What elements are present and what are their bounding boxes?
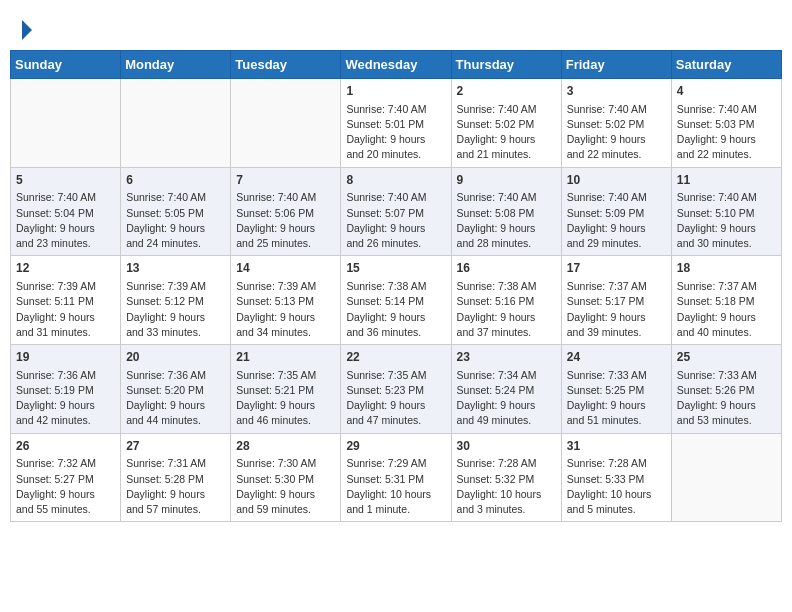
day-info: Sunrise: 7:33 AM Sunset: 5:26 PM Dayligh… [677, 368, 776, 429]
day-number: 23 [457, 349, 556, 366]
logo-triangle-icon [22, 20, 32, 40]
day-info: Sunrise: 7:28 AM Sunset: 5:32 PM Dayligh… [457, 456, 556, 517]
day-number: 25 [677, 349, 776, 366]
day-number: 4 [677, 83, 776, 100]
day-info: Sunrise: 7:31 AM Sunset: 5:28 PM Dayligh… [126, 456, 225, 517]
day-number: 1 [346, 83, 445, 100]
calendar-cell: 6Sunrise: 7:40 AM Sunset: 5:05 PM Daylig… [121, 167, 231, 256]
calendar-cell [11, 79, 121, 168]
calendar-cell: 22Sunrise: 7:35 AM Sunset: 5:23 PM Dayli… [341, 345, 451, 434]
calendar-cell: 20Sunrise: 7:36 AM Sunset: 5:20 PM Dayli… [121, 345, 231, 434]
calendar-cell: 23Sunrise: 7:34 AM Sunset: 5:24 PM Dayli… [451, 345, 561, 434]
calendar-cell: 8Sunrise: 7:40 AM Sunset: 5:07 PM Daylig… [341, 167, 451, 256]
day-info: Sunrise: 7:34 AM Sunset: 5:24 PM Dayligh… [457, 368, 556, 429]
calendar-cell: 27Sunrise: 7:31 AM Sunset: 5:28 PM Dayli… [121, 433, 231, 522]
day-info: Sunrise: 7:40 AM Sunset: 5:02 PM Dayligh… [567, 102, 666, 163]
day-info: Sunrise: 7:40 AM Sunset: 5:09 PM Dayligh… [567, 190, 666, 251]
logo [20, 18, 32, 38]
day-info: Sunrise: 7:40 AM Sunset: 5:02 PM Dayligh… [457, 102, 556, 163]
day-number: 22 [346, 349, 445, 366]
calendar-cell: 9Sunrise: 7:40 AM Sunset: 5:08 PM Daylig… [451, 167, 561, 256]
weekday-header-thursday: Thursday [451, 51, 561, 79]
day-number: 28 [236, 438, 335, 455]
calendar-cell [671, 433, 781, 522]
day-info: Sunrise: 7:40 AM Sunset: 5:08 PM Dayligh… [457, 190, 556, 251]
calendar-header: SundayMondayTuesdayWednesdayThursdayFrid… [11, 51, 782, 79]
calendar-week-2: 5Sunrise: 7:40 AM Sunset: 5:04 PM Daylig… [11, 167, 782, 256]
day-info: Sunrise: 7:38 AM Sunset: 5:16 PM Dayligh… [457, 279, 556, 340]
calendar-cell [121, 79, 231, 168]
day-info: Sunrise: 7:39 AM Sunset: 5:13 PM Dayligh… [236, 279, 335, 340]
calendar-cell: 19Sunrise: 7:36 AM Sunset: 5:19 PM Dayli… [11, 345, 121, 434]
weekday-header-monday: Monday [121, 51, 231, 79]
day-info: Sunrise: 7:40 AM Sunset: 5:01 PM Dayligh… [346, 102, 445, 163]
page-header [10, 10, 782, 42]
day-info: Sunrise: 7:30 AM Sunset: 5:30 PM Dayligh… [236, 456, 335, 517]
day-number: 24 [567, 349, 666, 366]
day-number: 19 [16, 349, 115, 366]
day-number: 18 [677, 260, 776, 277]
day-info: Sunrise: 7:40 AM Sunset: 5:10 PM Dayligh… [677, 190, 776, 251]
weekday-header-wednesday: Wednesday [341, 51, 451, 79]
day-number: 16 [457, 260, 556, 277]
day-info: Sunrise: 7:40 AM Sunset: 5:04 PM Dayligh… [16, 190, 115, 251]
day-info: Sunrise: 7:37 AM Sunset: 5:17 PM Dayligh… [567, 279, 666, 340]
day-number: 3 [567, 83, 666, 100]
day-number: 6 [126, 172, 225, 189]
calendar-cell: 21Sunrise: 7:35 AM Sunset: 5:21 PM Dayli… [231, 345, 341, 434]
calendar-week-5: 26Sunrise: 7:32 AM Sunset: 5:27 PM Dayli… [11, 433, 782, 522]
calendar-table: SundayMondayTuesdayWednesdayThursdayFrid… [10, 50, 782, 522]
calendar-cell: 2Sunrise: 7:40 AM Sunset: 5:02 PM Daylig… [451, 79, 561, 168]
day-info: Sunrise: 7:29 AM Sunset: 5:31 PM Dayligh… [346, 456, 445, 517]
day-info: Sunrise: 7:35 AM Sunset: 5:21 PM Dayligh… [236, 368, 335, 429]
calendar-cell: 5Sunrise: 7:40 AM Sunset: 5:04 PM Daylig… [11, 167, 121, 256]
day-number: 14 [236, 260, 335, 277]
calendar-cell: 10Sunrise: 7:40 AM Sunset: 5:09 PM Dayli… [561, 167, 671, 256]
day-number: 2 [457, 83, 556, 100]
day-info: Sunrise: 7:36 AM Sunset: 5:19 PM Dayligh… [16, 368, 115, 429]
day-info: Sunrise: 7:35 AM Sunset: 5:23 PM Dayligh… [346, 368, 445, 429]
calendar-cell: 12Sunrise: 7:39 AM Sunset: 5:11 PM Dayli… [11, 256, 121, 345]
day-number: 21 [236, 349, 335, 366]
calendar-cell: 7Sunrise: 7:40 AM Sunset: 5:06 PM Daylig… [231, 167, 341, 256]
day-number: 12 [16, 260, 115, 277]
day-info: Sunrise: 7:36 AM Sunset: 5:20 PM Dayligh… [126, 368, 225, 429]
calendar-cell: 28Sunrise: 7:30 AM Sunset: 5:30 PM Dayli… [231, 433, 341, 522]
day-number: 8 [346, 172, 445, 189]
calendar-cell: 17Sunrise: 7:37 AM Sunset: 5:17 PM Dayli… [561, 256, 671, 345]
day-info: Sunrise: 7:33 AM Sunset: 5:25 PM Dayligh… [567, 368, 666, 429]
calendar-cell: 1Sunrise: 7:40 AM Sunset: 5:01 PM Daylig… [341, 79, 451, 168]
day-info: Sunrise: 7:40 AM Sunset: 5:03 PM Dayligh… [677, 102, 776, 163]
day-number: 29 [346, 438, 445, 455]
day-info: Sunrise: 7:40 AM Sunset: 5:07 PM Dayligh… [346, 190, 445, 251]
calendar-cell: 11Sunrise: 7:40 AM Sunset: 5:10 PM Dayli… [671, 167, 781, 256]
day-number: 11 [677, 172, 776, 189]
day-number: 15 [346, 260, 445, 277]
day-number: 30 [457, 438, 556, 455]
calendar-week-1: 1Sunrise: 7:40 AM Sunset: 5:01 PM Daylig… [11, 79, 782, 168]
calendar-body: 1Sunrise: 7:40 AM Sunset: 5:01 PM Daylig… [11, 79, 782, 522]
weekday-header-friday: Friday [561, 51, 671, 79]
day-info: Sunrise: 7:39 AM Sunset: 5:11 PM Dayligh… [16, 279, 115, 340]
calendar-cell: 30Sunrise: 7:28 AM Sunset: 5:32 PM Dayli… [451, 433, 561, 522]
calendar-cell [231, 79, 341, 168]
calendar-week-3: 12Sunrise: 7:39 AM Sunset: 5:11 PM Dayli… [11, 256, 782, 345]
day-number: 5 [16, 172, 115, 189]
calendar-cell: 29Sunrise: 7:29 AM Sunset: 5:31 PM Dayli… [341, 433, 451, 522]
calendar-cell: 4Sunrise: 7:40 AM Sunset: 5:03 PM Daylig… [671, 79, 781, 168]
day-number: 20 [126, 349, 225, 366]
day-number: 27 [126, 438, 225, 455]
calendar-cell: 16Sunrise: 7:38 AM Sunset: 5:16 PM Dayli… [451, 256, 561, 345]
day-info: Sunrise: 7:40 AM Sunset: 5:06 PM Dayligh… [236, 190, 335, 251]
calendar-cell: 14Sunrise: 7:39 AM Sunset: 5:13 PM Dayli… [231, 256, 341, 345]
day-number: 13 [126, 260, 225, 277]
calendar-cell: 31Sunrise: 7:28 AM Sunset: 5:33 PM Dayli… [561, 433, 671, 522]
calendar-cell: 18Sunrise: 7:37 AM Sunset: 5:18 PM Dayli… [671, 256, 781, 345]
calendar-cell: 24Sunrise: 7:33 AM Sunset: 5:25 PM Dayli… [561, 345, 671, 434]
weekday-row: SundayMondayTuesdayWednesdayThursdayFrid… [11, 51, 782, 79]
day-info: Sunrise: 7:37 AM Sunset: 5:18 PM Dayligh… [677, 279, 776, 340]
day-number: 9 [457, 172, 556, 189]
day-number: 10 [567, 172, 666, 189]
day-info: Sunrise: 7:32 AM Sunset: 5:27 PM Dayligh… [16, 456, 115, 517]
calendar-cell: 26Sunrise: 7:32 AM Sunset: 5:27 PM Dayli… [11, 433, 121, 522]
